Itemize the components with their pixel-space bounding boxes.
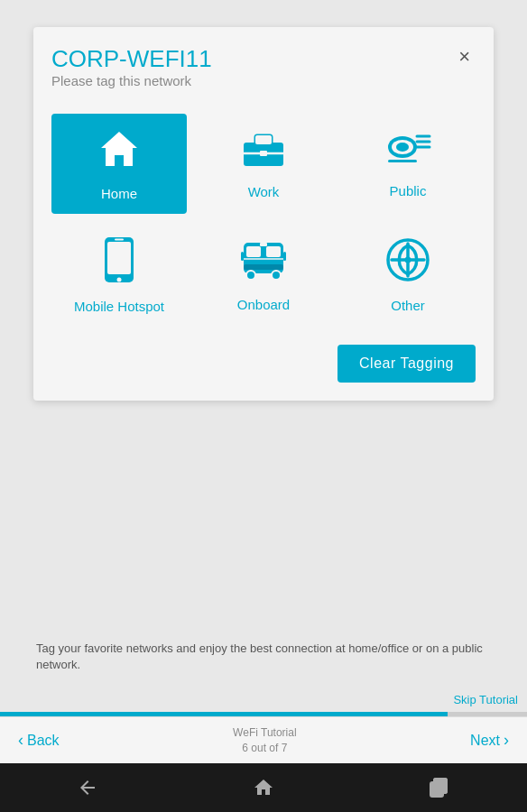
android-home-button[interactable] [244, 768, 283, 807]
svg-rect-33 [434, 779, 447, 793]
android-back-button[interactable] [68, 768, 107, 807]
tag-public[interactable]: Public [340, 114, 476, 214]
tag-grid: Home Work [51, 114, 476, 327]
progress-bar-fill [0, 712, 448, 716]
svg-rect-16 [115, 239, 124, 241]
clear-tagging-button[interactable]: Clear Tagging [337, 345, 476, 383]
tag-public-label: Public [390, 183, 427, 198]
close-button[interactable]: × [453, 45, 476, 69]
next-button[interactable]: Next › [470, 731, 509, 750]
tag-work-label: Work [248, 184, 280, 199]
home-icon [97, 126, 142, 180]
next-label: Next [470, 733, 500, 749]
work-icon [241, 128, 286, 179]
tag-mobile-hotspot[interactable]: Mobile Hotspot [51, 223, 187, 327]
svg-rect-19 [266, 246, 281, 257]
tag-other-label: Other [391, 298, 425, 313]
tag-onboard[interactable]: Onboard [196, 223, 331, 327]
svg-point-8 [396, 143, 409, 152]
svg-rect-18 [246, 246, 261, 257]
main-content: CORP-WEFI11 Please tag this network × Ho… [0, 0, 527, 641]
skip-tutorial-button[interactable]: Skip Tutorial [453, 693, 518, 710]
tutorial-section: Tag your favorite networks and enjoy the… [0, 641, 527, 693]
android-navigation-bar [0, 763, 527, 812]
page-info: WeFi Tutorial 6 out of 7 [233, 725, 296, 756]
back-button[interactable]: ‹ Back [18, 731, 60, 750]
tag-mobile-hotspot-label: Mobile Hotspot [74, 299, 164, 314]
svg-rect-20 [244, 264, 283, 270]
svg-rect-14 [107, 242, 131, 274]
svg-rect-9 [388, 160, 417, 162]
mobile-icon [103, 235, 135, 293]
card-footer: Clear Tagging [51, 345, 476, 383]
card-subtitle: Please tag this network [51, 73, 212, 88]
skip-row: Skip Tutorial [0, 693, 527, 712]
android-recents-button[interactable] [420, 768, 459, 807]
progress-section: Skip Tutorial [0, 693, 527, 716]
tag-other[interactable]: Other [340, 223, 476, 327]
tag-onboard-label: Onboard [237, 297, 290, 312]
tutorial-description: Tag your favorite networks and enjoy the… [18, 641, 509, 673]
progress-bar-container [0, 712, 527, 716]
navigation-bar: ‹ Back WeFi Tutorial 6 out of 7 Next › [0, 716, 527, 763]
network-tag-card: CORP-WEFI11 Please tag this network × Ho… [33, 27, 494, 401]
tag-home-label: Home [101, 186, 137, 201]
page-number: 6 out of 7 [233, 741, 296, 756]
svg-rect-0 [116, 139, 123, 146]
page-label: WeFi Tutorial [233, 725, 296, 741]
svg-point-15 [117, 278, 122, 282]
svg-rect-5 [260, 151, 267, 156]
svg-point-22 [246, 271, 255, 280]
next-arrow-icon: › [504, 731, 509, 750]
back-arrow-icon: ‹ [18, 731, 23, 750]
screen: CORP-WEFI11 Please tag this network × Ho… [0, 0, 527, 812]
public-icon [384, 129, 431, 178]
network-name: CORP-WEFI11 [51, 45, 212, 73]
svg-rect-24 [241, 252, 244, 261]
svg-point-23 [272, 271, 281, 280]
card-header: CORP-WEFI11 Please tag this network × [51, 45, 476, 105]
svg-rect-25 [283, 252, 286, 261]
bus-icon [240, 237, 287, 291]
svg-rect-26 [260, 243, 267, 246]
other-icon [384, 236, 431, 292]
back-label: Back [27, 733, 60, 749]
svg-rect-3 [255, 135, 272, 144]
tag-home[interactable]: Home [51, 114, 187, 214]
tag-work[interactable]: Work [196, 114, 331, 214]
